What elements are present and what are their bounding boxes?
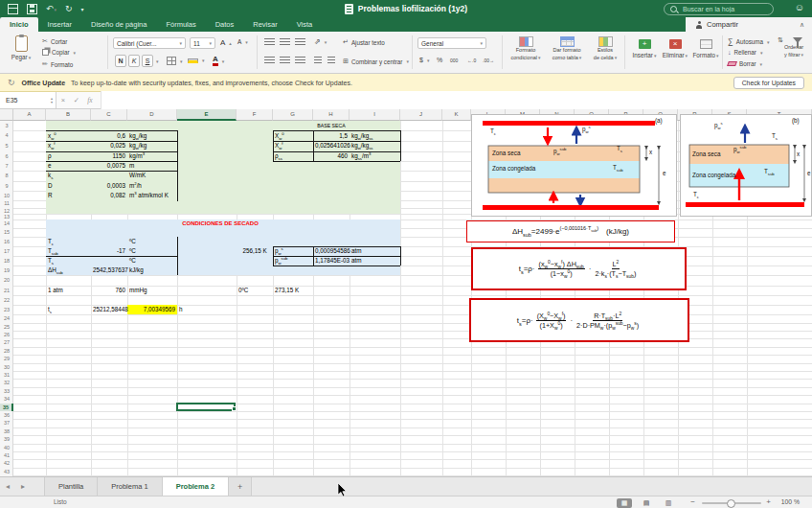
col-header-G[interactable]: G: [273, 109, 313, 121]
row-header-5[interactable]: 5: [0, 141, 13, 150]
cell-styles-button[interactable]: Estilosde celda▾: [588, 36, 622, 61]
feedback-smiley-icon[interactable]: ☺: [795, 2, 804, 12]
align-right-icon[interactable]: [295, 57, 305, 64]
row-header-7[interactable]: 7: [0, 161, 13, 171]
cell-F17[interactable]: 256,15 K: [237, 246, 273, 256]
font-size-select[interactable]: 11▾: [190, 37, 215, 49]
row-header-18[interactable]: 18: [0, 256, 13, 266]
align-bottom-icon[interactable]: [295, 38, 305, 46]
cell-I4[interactable]: kgw/kgss: [350, 130, 400, 142]
search-box[interactable]: [664, 3, 774, 15]
cell-B5[interactable]: xwf: [46, 141, 91, 150]
align-middle-icon[interactable]: [280, 38, 290, 46]
diagram-freeze-dry-b[interactable]: (b) pws Ts Zona seca pwsub Zona congelad…: [680, 114, 812, 217]
cell-D9[interactable]: m2/h: [127, 181, 177, 192]
cell-H18[interactable]: 1,17845E-03: [313, 256, 350, 266]
row-header-15[interactable]: 15: [0, 228, 13, 237]
align-center-icon[interactable]: [280, 57, 290, 64]
delete-cells-button[interactable]: × Eliminar▾: [661, 39, 689, 58]
tab-vista[interactable]: Vista: [287, 17, 323, 32]
undo-icon[interactable]: ↶▾: [46, 4, 56, 13]
decrease-indent-icon[interactable]: [314, 57, 322, 64]
cell-B18[interactable]: Ts: [46, 256, 91, 266]
cell-C4[interactable]: 0,6: [91, 130, 127, 142]
cell-C17[interactable]: -17: [91, 246, 127, 256]
col-header-I[interactable]: I: [350, 109, 400, 121]
cell-C21[interactable]: 760: [91, 286, 127, 296]
sort-filter-button[interactable]: ⇅ Ordenary filtrar▾: [778, 36, 810, 58]
cell-B8[interactable]: ks: [46, 171, 91, 181]
row-header-4[interactable]: 4: [0, 130, 13, 142]
row-header-23[interactable]: 23: [0, 305, 13, 314]
tab-datos[interactable]: Datos: [206, 17, 244, 32]
row-header-21[interactable]: 21: [0, 286, 13, 296]
sheet-tab-problema-1[interactable]: Problema 1: [98, 477, 162, 496]
cell-D10[interactable]: m3 atm/kmol K: [127, 191, 218, 200]
collapse-ribbon-icon[interactable]: ∧: [800, 21, 804, 29]
row-header-8[interactable]: 8: [0, 171, 13, 181]
col-header-E[interactable]: E: [177, 109, 237, 121]
row-header-12[interactable]: 12: [0, 208, 13, 214]
cell-H5[interactable]: 0,025641026: [313, 141, 350, 150]
row-header-34[interactable]: 34: [0, 395, 13, 403]
row-header-28[interactable]: 28: [0, 347, 13, 355]
shrink-font-button[interactable]: A▾: [237, 38, 248, 45]
tab-formulas[interactable]: Fórmulas: [156, 17, 205, 32]
thousands-button[interactable]: 000: [450, 58, 458, 63]
view-normal-icon[interactable]: ▦: [617, 498, 632, 508]
borders-button[interactable]: ▾: [167, 57, 183, 65]
cell-H6[interactable]: 460: [313, 151, 350, 161]
cell-C9[interactable]: 0,0003: [91, 181, 127, 192]
font-color-button[interactable]: A▾: [213, 56, 224, 66]
col-header-K[interactable]: K: [442, 109, 471, 121]
cell-B19[interactable]: ΔHsub: [46, 266, 91, 275]
view-page-layout-icon[interactable]: ▤: [639, 498, 654, 508]
view-page-break-icon[interactable]: ▥: [661, 498, 676, 508]
row-header-32[interactable]: 32: [0, 379, 13, 386]
cell-D21[interactable]: mmHg: [127, 286, 177, 296]
row-header-36[interactable]: 36: [0, 411, 13, 419]
cell-D17[interactable]: ºC: [127, 246, 177, 256]
col-header-C[interactable]: C: [91, 109, 127, 121]
cancel-icon[interactable]: ×: [56, 96, 70, 104]
cell-B9[interactable]: D: [46, 181, 91, 192]
cell-D14[interactable]: CONDICIONES DE SECADO: [127, 219, 313, 229]
cell-D23[interactable]: 7,00349569: [127, 305, 177, 314]
cell-G6[interactable]: ρss: [273, 151, 313, 161]
cell-H3[interactable]: BASE SECA: [313, 121, 350, 130]
tab-revisar[interactable]: Revisar: [243, 17, 286, 32]
zoom-out-icon[interactable]: −: [690, 497, 695, 506]
cell-C6[interactable]: 1150: [91, 151, 127, 161]
cell-G18[interactable]: pwsub: [273, 256, 313, 266]
cell-I17[interactable]: atm: [350, 246, 400, 256]
insert-cells-button[interactable]: + Insertar▾: [630, 39, 659, 58]
row-header-30[interactable]: 30: [0, 363, 13, 371]
sheet-next-icon[interactable]: ▸: [15, 477, 31, 496]
tab-diseno[interactable]: Diseño de página: [81, 17, 156, 32]
grow-font-button[interactable]: A▴: [220, 38, 232, 47]
row-header-43[interactable]: 43: [0, 468, 13, 475]
row-header-35[interactable]: 35: [0, 404, 13, 411]
row-header-22[interactable]: 22: [0, 295, 13, 305]
row-header-26[interactable]: 26: [0, 331, 13, 338]
tab-insertar[interactable]: Insertar: [38, 17, 81, 32]
sheet-tab-plantilla[interactable]: Plantilla: [44, 477, 98, 496]
format-painter-button[interactable]: ✏Formato: [42, 60, 73, 68]
paste-button[interactable]: Pegar▾: [6, 35, 36, 60]
cell-I5[interactable]: kgw/kgss: [350, 141, 400, 150]
cell-C10[interactable]: 0,082: [91, 191, 127, 200]
redo-icon[interactable]: ↻: [65, 4, 73, 13]
merge-center-button[interactable]: ⊞Combinar y centrar▾: [343, 58, 409, 65]
enter-icon[interactable]: ✓: [70, 96, 83, 104]
cell-E23[interactable]: h: [177, 305, 237, 314]
sheet-tab-problema-2[interactable]: Problema 2: [163, 477, 229, 496]
cell-G4[interactable]: Xw0: [273, 130, 313, 142]
cell-G17[interactable]: pws: [273, 246, 313, 256]
name-box[interactable]: E35 ▴▾: [0, 92, 56, 108]
autosum-button[interactable]: ∑Autosuma▾: [728, 37, 770, 46]
worksheet-grid[interactable]: 4342414039383736353433323130292827262524…: [0, 109, 812, 476]
row-header-20[interactable]: 20: [0, 275, 13, 286]
cell-C5[interactable]: 0,025: [91, 141, 127, 150]
align-top-icon[interactable]: [264, 38, 275, 46]
decrease-decimal-button[interactable]: .00→: [483, 58, 494, 63]
